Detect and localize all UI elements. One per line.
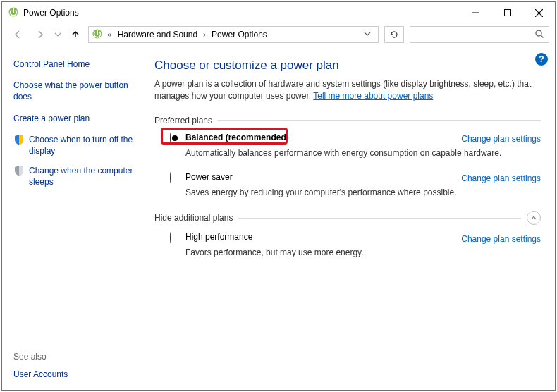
plan-power-saver[interactable]: Power saver: [170, 172, 453, 183]
search-input[interactable]: [415, 27, 530, 42]
intro-link[interactable]: Tell me more about power plans: [313, 91, 433, 101]
forward-button[interactable]: [30, 25, 50, 44]
titlebar: Power Options: [2, 2, 555, 23]
sidebar-link-computer-sleeps[interactable]: Change when the computer sleeps: [13, 165, 143, 188]
see-also-user-accounts[interactable]: User Accounts: [13, 369, 143, 380]
plan-high-performance-label: High performance: [185, 232, 252, 242]
plan-balanced-desc: Automatically balances performance with …: [185, 147, 541, 159]
divider: [218, 120, 541, 121]
refresh-button[interactable]: [384, 26, 404, 43]
navbar: « Hardware and Sound › Power Options: [2, 23, 555, 49]
svg-rect-7: [97, 30, 98, 35]
plan-power-saver-label: Power saver: [185, 172, 233, 182]
maximize-button[interactable]: [491, 2, 523, 23]
main-panel: Choose or customize a power plan A power…: [150, 49, 555, 390]
breadcrumb-separator-icon: ›: [202, 30, 207, 39]
additional-plans-legend: Hide additional plans: [154, 213, 233, 223]
plan-balanced[interactable]: Balanced (recommended): [170, 133, 453, 143]
control-panel-home-link[interactable]: Control Panel Home: [13, 59, 143, 70]
page-heading: Choose or customize a power plan: [154, 59, 541, 73]
breadcrumb-prefix: «: [106, 30, 114, 39]
breadcrumb-parent[interactable]: Hardware and Sound: [115, 28, 200, 41]
sidebar-link-create-plan[interactable]: Create a power plan: [13, 113, 143, 124]
control-panel-icon: [92, 28, 103, 42]
preferred-plans-legend: Preferred plans: [154, 116, 212, 125]
see-also-header: See also: [13, 352, 143, 362]
minimize-button[interactable]: [460, 2, 491, 23]
divider: [238, 218, 521, 219]
svg-rect-1: [13, 8, 14, 13]
change-settings-balanced[interactable]: Change plan settings: [461, 134, 541, 144]
sidebar: Control Panel Home Choose what the power…: [2, 49, 150, 390]
search-icon[interactable]: [534, 29, 544, 41]
collapse-button[interactable]: [527, 211, 541, 225]
content-area: ? Control Panel Home Choose what the pow…: [2, 49, 555, 390]
close-button[interactable]: [523, 2, 555, 23]
sidebar-link-turn-off-display[interactable]: Choose when to turn off the display: [13, 134, 143, 157]
shield-icon: [13, 165, 25, 176]
change-settings-high-performance[interactable]: Change plan settings: [461, 234, 541, 244]
shield-icon: [13, 134, 25, 145]
intro-text: A power plan is a collection of hardware…: [154, 78, 541, 103]
plan-balanced-label: Balanced (recommended): [185, 133, 289, 142]
plan-high-performance[interactable]: High performance: [170, 232, 453, 243]
breadcrumb-current[interactable]: Power Options: [209, 28, 270, 41]
search-bar[interactable]: [410, 26, 549, 43]
radio-unselected-icon: [170, 233, 180, 243]
address-dropdown-icon[interactable]: [360, 30, 375, 39]
power-options-window: Power Options: [1, 1, 556, 391]
preferred-plans-group: Preferred plans Balanced (recommended) C…: [154, 116, 541, 199]
recent-locations-button[interactable]: [53, 25, 63, 44]
additional-plans-group: Hide additional plans High performance C…: [154, 211, 541, 259]
window-title: Power Options: [23, 8, 460, 18]
svg-point-8: [536, 30, 541, 36]
plan-power-saver-desc: Saves energy by reducing your computer's…: [185, 187, 541, 199]
radio-selected-icon: [170, 133, 180, 143]
svg-rect-3: [504, 10, 510, 16]
svg-line-9: [541, 35, 544, 38]
plan-high-performance-desc: Favors performance, but may use more ene…: [185, 247, 541, 259]
sidebar-item-label: Change when the computer sleeps: [29, 165, 143, 188]
sidebar-link-power-button[interactable]: Choose what the power button does: [13, 80, 133, 102]
sidebar-item-label: Choose when to turn off the display: [29, 134, 143, 157]
up-button[interactable]: [66, 25, 85, 44]
radio-unselected-icon: [170, 173, 180, 183]
app-icon: [8, 6, 19, 20]
change-settings-power-saver[interactable]: Change plan settings: [461, 173, 541, 183]
address-bar[interactable]: « Hardware and Sound › Power Options: [88, 26, 379, 43]
back-button[interactable]: [8, 25, 27, 44]
